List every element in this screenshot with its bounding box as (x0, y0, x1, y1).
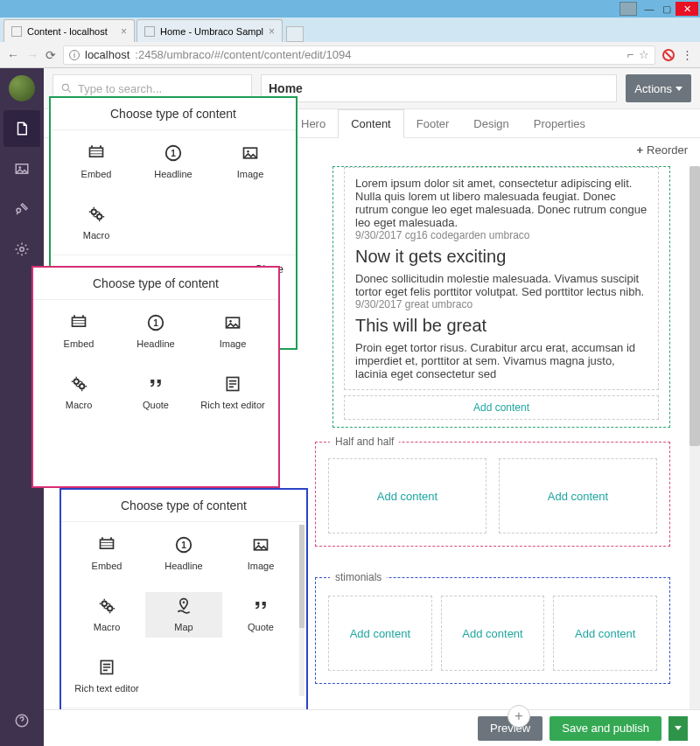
chooser-option-embed[interactable]: Embed (40, 309, 117, 354)
add-row-button[interactable]: + (508, 705, 530, 728)
headline-icon: 1 (163, 144, 184, 162)
chooser-option-headline[interactable]: 1Headline (117, 309, 194, 354)
chooser-option-quote[interactable]: Quote (222, 592, 299, 638)
svg-point-32 (108, 606, 113, 611)
browser-tab-active[interactable]: Content - localhost × (4, 19, 135, 42)
browser-tab-strip: Content - localhost × Home - Umbraco Sam… (0, 17, 700, 42)
chooser-option-headline[interactable]: 1Headline (135, 139, 212, 185)
chooser-option-macro[interactable]: Macro (68, 592, 145, 638)
search-icon (60, 82, 73, 94)
avatar[interactable] (9, 75, 35, 101)
chooser-option-label: Rich text editor (74, 683, 138, 694)
chooser-option-label: Macro (83, 230, 110, 241)
chooser-option-label: Rich text editor (200, 400, 264, 410)
user-chip-icon[interactable] (620, 2, 637, 16)
chooser-option-label: Headline (136, 338, 174, 349)
svg-rect-5 (90, 148, 103, 157)
chooser-option-image[interactable]: Image (194, 309, 271, 354)
chooser-option-label: Quote (143, 400, 169, 410)
favicon-icon (11, 26, 22, 37)
search-placeholder: Type to search... (78, 82, 162, 95)
blog-text: Proin eget tortor risus. Curabitur arcu … (355, 341, 648, 380)
add-content-button[interactable]: Add content (344, 395, 659, 420)
svg-point-12 (92, 210, 97, 215)
kebab-icon[interactable]: ⋮ (682, 48, 693, 61)
actions-dropdown[interactable]: Actions (626, 74, 691, 102)
tab-properties[interactable]: Properties (522, 109, 598, 137)
macro-icon (96, 597, 117, 615)
forward-icon[interactable]: → (26, 48, 38, 62)
new-tab-button[interactable] (286, 26, 304, 42)
svg-point-22 (80, 384, 85, 389)
save-and-publish-button[interactable]: Save and publish (550, 716, 662, 741)
scrollbar[interactable] (690, 166, 700, 746)
row-legend: Half and half (330, 436, 399, 448)
chooser-panel-testimonials: Choose type of content Embed1HeadlineIma… (60, 488, 308, 733)
chooser-option-headline[interactable]: 1Headline (145, 531, 222, 576)
star-icon[interactable]: ☆ (639, 48, 649, 61)
chooser-option-rte[interactable]: Rich text editor (194, 370, 271, 415)
svg-point-2 (20, 248, 24, 252)
publish-dropdown-button[interactable] (668, 716, 688, 741)
blocked-icon[interactable] (662, 49, 675, 61)
browser-tab[interactable]: Home - Umbraco Sampl × (136, 19, 283, 42)
window-minimize-button[interactable]: — (640, 2, 658, 16)
blog-meta: 9/30/2017 cg16 codegarden umbraco (355, 229, 648, 241)
svg-point-15 (74, 315, 75, 317)
help-button[interactable] (4, 702, 40, 739)
favicon-icon (144, 26, 155, 37)
sidebar-media-button[interactable] (4, 150, 40, 187)
svg-point-7 (100, 145, 102, 147)
add-content-button[interactable]: Add content (553, 596, 657, 671)
tab-design[interactable]: Design (461, 109, 521, 137)
chooser-option-map[interactable]: Map (145, 592, 222, 638)
browser-tab-title: Content - localhost (27, 26, 108, 37)
reorder-button[interactable]: Reorder (636, 143, 688, 157)
chooser-title: Choose type of content (61, 490, 306, 522)
svg-point-4 (62, 84, 68, 90)
chooser-option-image[interactable]: Image (212, 139, 289, 185)
chooser-option-quote[interactable]: Quote (117, 370, 194, 415)
blog-heading: Now it gets exciting (355, 247, 648, 267)
svg-point-20 (229, 320, 232, 323)
browser-urlbar: ← → ⟳ i localhost:2458/umbraco/#/content… (0, 42, 700, 68)
headline-icon: 1 (173, 536, 194, 554)
browser-tab-title: Home - Umbraco Sampl (160, 26, 263, 37)
close-icon[interactable]: × (121, 25, 127, 38)
footer-bar: Preview Save and publish (44, 709, 700, 746)
add-content-button[interactable]: Add content (499, 458, 657, 533)
chooser-option-macro[interactable]: Macro (58, 200, 135, 246)
info-icon: i (69, 50, 80, 60)
sidebar-settings-button[interactable] (4, 191, 40, 227)
reload-icon[interactable]: ⟳ (46, 48, 56, 62)
close-icon[interactable]: × (269, 25, 275, 38)
chooser-option-embed[interactable]: Embed (58, 139, 135, 185)
page-title-input[interactable]: Home (261, 74, 617, 102)
window-maximize-button[interactable]: ▢ (658, 2, 676, 16)
sidebar-content-button[interactable] (4, 110, 40, 147)
chooser-option-macro[interactable]: Macro (40, 370, 117, 415)
address-input[interactable]: i localhost:2458/umbraco/#/content/conte… (63, 45, 655, 65)
chooser-option-rte[interactable]: Rich text editor (68, 653, 145, 699)
app-root: Type to search... Home Actions Hero Cont… (0, 68, 700, 746)
quote-icon (145, 375, 166, 393)
chooser-option-embed[interactable]: Embed (68, 531, 145, 576)
rte-icon (96, 659, 117, 676)
embed-icon (86, 144, 107, 162)
tab-footer[interactable]: Footer (404, 109, 462, 137)
add-content-button[interactable]: Add content (441, 596, 545, 671)
embed-icon (96, 536, 117, 554)
tab-content[interactable]: Content (338, 109, 404, 138)
window-close-button[interactable]: ✕ (676, 2, 698, 16)
svg-point-21 (74, 380, 80, 385)
add-content-button[interactable]: Add content (328, 596, 432, 671)
add-content-button[interactable]: Add content (328, 458, 486, 533)
svg-point-30 (257, 542, 260, 545)
scrollbar[interactable] (299, 525, 304, 696)
testimonials-row: stimonials Add content Add content Add c… (315, 577, 670, 684)
chooser-panel-half: Choose type of content Embed1HeadlineIma… (32, 266, 280, 488)
back-icon[interactable]: ← (7, 48, 19, 62)
chooser-option-image[interactable]: Image (222, 531, 299, 576)
sidebar-developer-button[interactable] (4, 231, 40, 268)
quote-icon (250, 597, 271, 615)
